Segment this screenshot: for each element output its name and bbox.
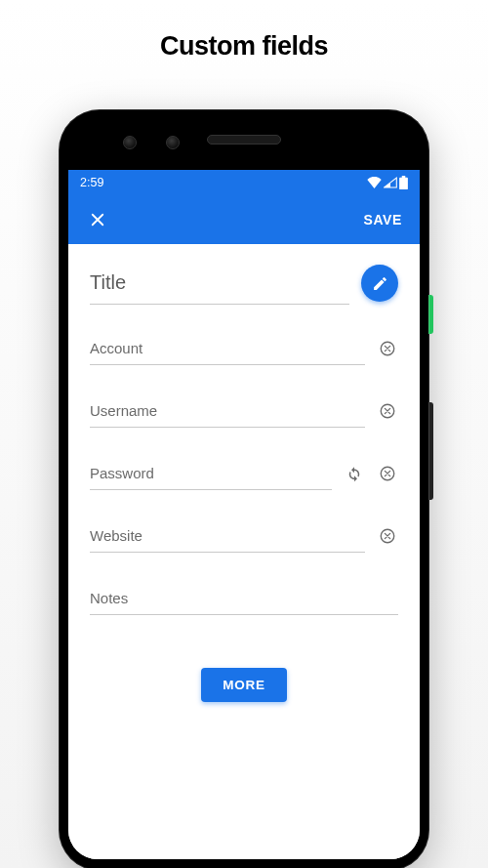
clear-icon — [379, 340, 396, 357]
password-row — [90, 457, 398, 490]
status-icons — [367, 176, 408, 189]
clear-icon — [379, 527, 396, 545]
edit-icon-button[interactable] — [361, 265, 398, 302]
more-row: MORE — [90, 644, 398, 702]
username-clear-button[interactable] — [377, 400, 398, 422]
phone-earpiece-area — [59, 109, 429, 170]
signal-icon — [384, 177, 397, 188]
phone-volume-button — [428, 402, 433, 500]
account-input[interactable] — [90, 332, 365, 365]
account-row — [90, 332, 398, 365]
title-row — [90, 262, 398, 305]
phone-speaker-icon — [207, 135, 281, 145]
password-generate-button[interactable] — [344, 463, 365, 484]
close-icon — [89, 211, 106, 228]
status-bar: 2:59 — [68, 170, 420, 195]
close-button[interactable] — [86, 208, 109, 231]
notes-input[interactable] — [90, 582, 398, 615]
more-button[interactable]: MORE — [201, 668, 287, 702]
website-input[interactable] — [90, 519, 365, 553]
page-title: Custom fields — [0, 0, 488, 62]
phone-power-button — [428, 295, 433, 334]
phone-camera-icon — [123, 136, 137, 149]
wifi-icon — [367, 177, 382, 188]
phone-sensor-icon — [166, 136, 180, 149]
notes-row — [90, 582, 398, 615]
clear-icon — [379, 402, 396, 420]
pencil-icon — [372, 275, 388, 292]
status-time: 2:59 — [80, 176, 103, 189]
form-content: MORE — [68, 244, 420, 859]
account-clear-button[interactable] — [377, 338, 398, 359]
refresh-icon — [346, 465, 363, 482]
password-input[interactable] — [90, 457, 332, 490]
clear-icon — [379, 465, 396, 482]
website-clear-button[interactable] — [377, 525, 398, 547]
app-bar: SAVE — [68, 195, 420, 244]
password-clear-button[interactable] — [377, 463, 398, 484]
title-input[interactable] — [90, 262, 349, 305]
save-button[interactable]: SAVE — [364, 212, 403, 227]
website-row — [90, 519, 398, 553]
screen: 2:59 SAVE — [68, 170, 420, 859]
username-input[interactable] — [90, 394, 365, 428]
username-row — [90, 394, 398, 428]
battery-icon — [399, 176, 408, 189]
phone-frame: 2:59 SAVE — [59, 109, 429, 868]
